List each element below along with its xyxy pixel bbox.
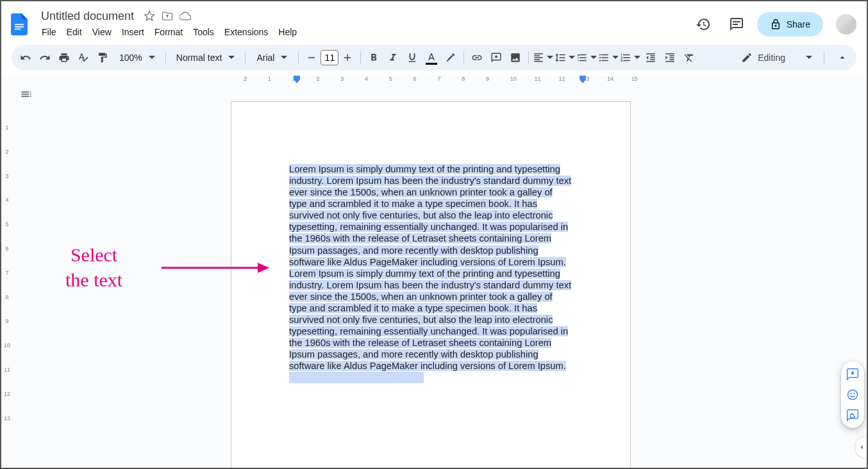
vertical-ruler[interactable]: 12345678910111213: [1, 86, 13, 468]
svg-point-5: [848, 390, 858, 400]
add-emoji-side-button[interactable]: [844, 386, 862, 404]
menu-help[interactable]: Help: [274, 24, 301, 40]
user-avatar[interactable]: [836, 14, 856, 35]
print-button[interactable]: [55, 49, 73, 67]
share-label: Share: [787, 19, 810, 29]
font-dropdown[interactable]: Arial: [249, 49, 294, 67]
font-size-input[interactable]: [321, 50, 338, 65]
svg-point-7: [854, 393, 855, 394]
insert-link-button[interactable]: [468, 49, 486, 67]
document-page[interactable]: Lorem Ipsum is simply dummy text of the …: [231, 101, 631, 468]
menu-extensions[interactable]: Extensions: [220, 24, 272, 40]
document-text[interactable]: Lorem Ipsum is simply dummy text of the …: [289, 163, 572, 383]
contextual-action-pill: [841, 361, 864, 428]
horizontal-ruler[interactable]: 21123456789101112131415: [13, 76, 856, 86]
menu-format[interactable]: Format: [150, 24, 187, 40]
checklist-dropdown[interactable]: [576, 49, 597, 67]
redo-button[interactable]: [36, 49, 54, 67]
app-header: Untitled document File Edit View Insert …: [1, 1, 867, 42]
svg-rect-2: [15, 29, 21, 30]
docs-logo[interactable]: [6, 12, 32, 37]
menu-bar: File Edit View Insert Format Tools Exten…: [37, 24, 690, 40]
editing-mode-label: Editing: [758, 53, 785, 63]
paragraph-style-dropdown[interactable]: Normal text: [170, 49, 242, 67]
highlight-color-button[interactable]: [442, 49, 460, 67]
text-color-button[interactable]: [422, 49, 440, 67]
svg-rect-4: [733, 24, 738, 25]
svg-rect-1: [15, 26, 24, 28]
font-size-decrease[interactable]: [303, 49, 321, 67]
italic-button[interactable]: [384, 49, 402, 67]
menu-tools[interactable]: Tools: [188, 24, 219, 40]
menu-file[interactable]: File: [37, 24, 61, 40]
toolbar-separator: [528, 51, 529, 64]
share-button[interactable]: Share: [757, 12, 823, 37]
toolbar-separator: [824, 51, 824, 64]
svg-point-6: [851, 393, 852, 394]
undo-button[interactable]: [17, 49, 35, 67]
svg-rect-0: [15, 24, 24, 25]
paint-format-button[interactable]: [94, 49, 112, 67]
toolbar: 100% Normal text Arial: [12, 45, 856, 70]
add-comment-button[interactable]: [487, 49, 505, 67]
move-icon[interactable]: [161, 10, 174, 22]
document-title[interactable]: Untitled document: [37, 8, 138, 24]
history-icon[interactable]: [690, 12, 716, 37]
font-size-increase[interactable]: [338, 49, 356, 67]
decrease-indent-button[interactable]: [642, 49, 660, 67]
cloud-status-icon[interactable]: [179, 10, 192, 22]
menu-edit[interactable]: Edit: [62, 24, 87, 40]
spellcheck-button[interactable]: [74, 49, 92, 67]
suggest-edits-side-button[interactable]: [844, 406, 862, 424]
toolbar-separator: [165, 51, 166, 64]
document-outline-button[interactable]: [17, 85, 36, 104]
increase-indent-button[interactable]: [661, 49, 679, 67]
star-icon[interactable]: [143, 10, 156, 22]
bulleted-list-dropdown[interactable]: [598, 49, 619, 67]
zoom-dropdown[interactable]: 100%: [113, 49, 162, 67]
menu-insert[interactable]: Insert: [117, 24, 149, 40]
hide-menus-button[interactable]: [833, 49, 851, 67]
underline-button[interactable]: [403, 49, 421, 67]
bold-button[interactable]: [365, 49, 383, 67]
svg-rect-3: [733, 21, 740, 22]
toolbar-separator: [298, 51, 299, 64]
editing-mode-dropdown[interactable]: Editing: [733, 49, 820, 67]
clear-formatting-button[interactable]: [680, 49, 698, 67]
toolbar-separator: [463, 51, 464, 64]
menu-view[interactable]: View: [88, 24, 116, 40]
insert-image-button[interactable]: [506, 49, 524, 67]
align-dropdown[interactable]: [533, 49, 553, 67]
toolbar-separator: [245, 51, 246, 64]
numbered-list-dropdown[interactable]: [620, 49, 640, 67]
add-comment-side-button[interactable]: [844, 365, 862, 383]
toolbar-separator: [360, 51, 361, 64]
comments-icon[interactable]: [724, 12, 749, 37]
line-spacing-dropdown[interactable]: [555, 49, 575, 67]
